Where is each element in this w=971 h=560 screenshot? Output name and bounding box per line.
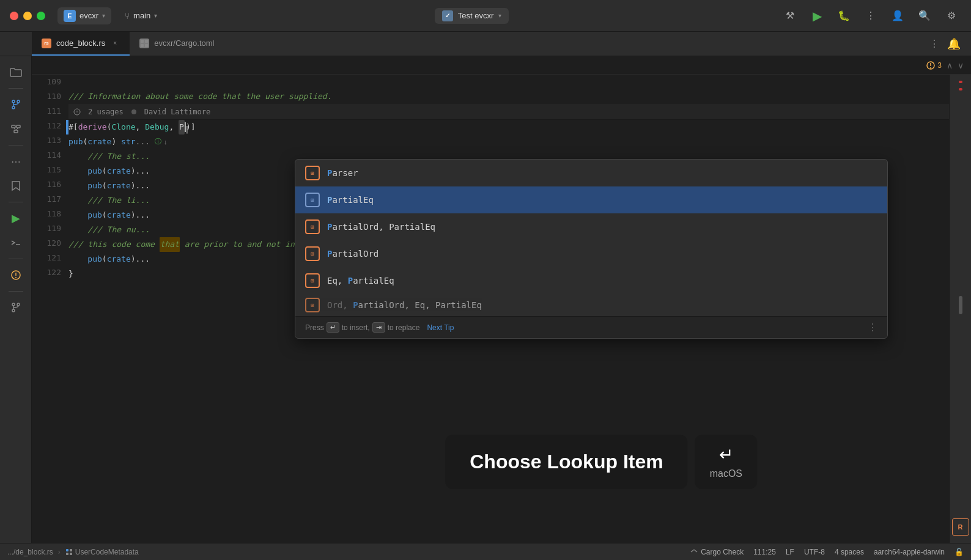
- scroll-error-marker-2: [959, 88, 962, 90]
- autocomplete-item-icon: ⊞: [305, 166, 320, 180]
- autocomplete-item-parser[interactable]: ⊞ Parser: [295, 160, 887, 186]
- autocomplete-item-partialord[interactable]: ⊞ PartialOrd: [295, 240, 887, 267]
- cursor-position[interactable]: 111:25: [753, 548, 776, 556]
- sidebar-item-run[interactable]: ▶: [5, 207, 27, 229]
- notifications-button[interactable]: 🔔: [944, 34, 964, 54]
- toolbar-icon[interactable]: ⚒: [780, 6, 800, 26]
- autocomplete-item-ord-etc[interactable]: ⊞ Ord, PartialOrd, Eq, PartialEq: [295, 294, 887, 316]
- minimize-button[interactable]: [23, 12, 32, 20]
- tab-close-button[interactable]: ×: [110, 39, 120, 48]
- encoding[interactable]: UTF-8: [804, 548, 825, 556]
- nav-up-button[interactable]: ∧: [947, 61, 953, 70]
- usages-bar: 2 usages David Lattimore: [68, 104, 949, 120]
- scroll-thumb[interactable]: [959, 296, 962, 314]
- sidebar-separator-2: [9, 145, 23, 146]
- code-line-111: #[derive(Clone, Debug, P|)]: [68, 120, 949, 134]
- sidebar-item-terminal[interactable]: [5, 232, 27, 254]
- search-button[interactable]: 🔍: [915, 6, 934, 26]
- tab-cargo-toml[interactable]: evcxr/Cargo.toml: [130, 32, 224, 56]
- rust-plugin-icon[interactable]: R: [952, 518, 969, 536]
- svg-point-18: [12, 309, 15, 312]
- sidebar-item-vcs-bottom[interactable]: [5, 297, 27, 319]
- debug-button[interactable]: 🐛: [834, 6, 854, 26]
- profile-button[interactable]: 👤: [888, 6, 907, 26]
- svg-line-32: [694, 550, 697, 552]
- platform[interactable]: aarch64-apple-darwin: [874, 548, 945, 556]
- autocomplete-item-icon: ⊞: [305, 273, 320, 288]
- autocomplete-item-icon: ⊞: [305, 246, 320, 261]
- svg-rect-2: [141, 44, 144, 47]
- footer-replace-key: ⇥: [372, 322, 385, 333]
- code-line-110: /// Information about some code that the…: [68, 89, 949, 104]
- tab-bar: rs code_block.rs × evcxr/Cargo.toml ⋮ 🔔: [0, 32, 971, 56]
- next-tip-link[interactable]: Next Tip: [427, 323, 454, 332]
- branch-selector[interactable]: ⑂ main ▾: [119, 9, 163, 23]
- autocomplete-item-icon: ⊞: [305, 193, 320, 207]
- line-ending[interactable]: LF: [786, 548, 794, 556]
- run-button[interactable]: ▶: [807, 6, 827, 26]
- svg-rect-10: [14, 130, 18, 133]
- git-branch-icon: ⑂: [125, 11, 130, 21]
- sidebar-item-structure[interactable]: [5, 118, 27, 140]
- autocomplete-item-icon: ⊞: [305, 219, 320, 234]
- right-panel: R: [949, 75, 971, 543]
- tab-label: code_block.rs: [56, 39, 105, 48]
- tooltip-overlay: Choose Lookup Item ↵ macOS: [445, 435, 757, 489]
- project-icon: E: [64, 10, 76, 22]
- tab-toml-icon: [139, 39, 149, 48]
- code-line-109: [68, 75, 949, 89]
- svg-rect-9: [17, 125, 20, 128]
- statusbar-left: .../de_block.rs › UserCodeMetadata: [7, 548, 139, 556]
- run-config-selector[interactable]: ✓ Test evcxr ▾: [435, 8, 509, 24]
- tab-code-block[interactable]: rs code_block.rs ×: [32, 32, 130, 56]
- sidebar-item-problems[interactable]: [5, 264, 27, 286]
- main-layout: ⋯ ▶: [0, 56, 971, 543]
- sidebar-separator-4: [9, 259, 23, 259]
- autocomplete-dropdown: ⊞ Parser ⊞ PartialEq ⊞ PartialOrd, Parti…: [295, 159, 888, 339]
- svg-rect-28: [70, 549, 72, 551]
- editor-toolbar: 3 ∧ ∨: [32, 56, 971, 75]
- error-badge: 3: [926, 61, 942, 70]
- svg-rect-3: [145, 44, 148, 47]
- autocomplete-item-eq-partialeq[interactable]: ⊞ Eq, PartialEq: [295, 267, 887, 294]
- statusbar-right: Cargo Check 111:25 LF UTF-8 4 spaces aar…: [690, 548, 964, 556]
- svg-rect-1: [145, 40, 148, 43]
- left-sidebar: ⋯ ▶: [0, 56, 32, 543]
- project-selector[interactable]: E evcxr ▾: [57, 7, 111, 24]
- sidebar-item-plugins[interactable]: ⋯: [5, 150, 27, 172]
- footer-press-text: Press: [305, 323, 324, 332]
- sidebar-separator-1: [9, 88, 23, 89]
- tooltip-text: Choose Lookup Item: [470, 451, 663, 473]
- usages-author: David Lattimore: [144, 105, 210, 119]
- statusbar: .../de_block.rs › UserCodeMetadata Cargo…: [0, 543, 971, 560]
- lock-icon[interactable]: 🔓: [954, 548, 964, 556]
- autocomplete-item-partialord-partialeq[interactable]: ⊞ PartialOrd, PartialEq: [295, 213, 887, 240]
- svg-rect-27: [66, 549, 68, 551]
- autocomplete-item-partialeq[interactable]: ⊞ PartialEq: [295, 186, 887, 213]
- footer-insert-key: ↵: [327, 322, 339, 333]
- svg-point-5: [12, 106, 15, 109]
- cargo-check-status[interactable]: Cargo Check: [690, 548, 744, 556]
- sidebar-item-vcs[interactable]: [5, 94, 27, 116]
- sidebar-item-folder[interactable]: [5, 61, 27, 83]
- svg-rect-8: [12, 125, 15, 128]
- nav-down-button[interactable]: ∨: [958, 61, 964, 70]
- more-actions-button[interactable]: ⋮: [861, 6, 881, 26]
- settings-button[interactable]: ⚙: [942, 6, 961, 26]
- tooltip-key-icon: ↵: [719, 444, 733, 465]
- sidebar-item-bookmarks[interactable]: [5, 175, 27, 197]
- sidebar-separator-3: [9, 202, 23, 202]
- tab-rust-icon: rs: [42, 39, 51, 48]
- error-count: 3: [937, 61, 942, 70]
- titlebar-actions: ⚒ ▶ 🐛 ⋮ 👤 🔍 ⚙: [780, 6, 961, 26]
- autocomplete-footer-more[interactable]: ⋮: [868, 322, 877, 333]
- maximize-button[interactable]: [37, 12, 45, 20]
- line-numbers: 109 110 111 112 113 114 115 116 117 118 …: [32, 75, 68, 543]
- indent-setting[interactable]: 4 spaces: [835, 548, 864, 556]
- svg-point-19: [17, 303, 20, 306]
- close-button[interactable]: [10, 12, 18, 20]
- run-config-icon: ✓: [442, 10, 453, 21]
- branch-chevron-icon: ▾: [154, 12, 157, 19]
- tab-more-button[interactable]: ⋮: [925, 34, 944, 54]
- tooltip-main: Choose Lookup Item: [445, 435, 687, 489]
